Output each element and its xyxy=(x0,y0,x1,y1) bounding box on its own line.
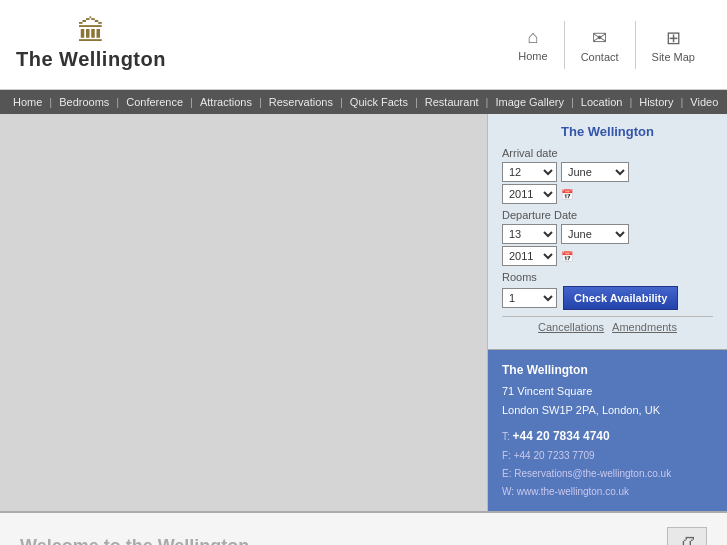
rooms-label: Rooms xyxy=(502,271,713,283)
video-icon-box: 🖨 xyxy=(667,527,707,545)
content-right: The Wellington Arrival date 12 June 2011… xyxy=(487,114,727,511)
nav-sep-3: | xyxy=(190,96,193,108)
nav-home[interactable]: Home xyxy=(10,96,45,108)
departure-label: Departure Date xyxy=(502,209,713,221)
printer-icon: 🖨 xyxy=(676,532,698,545)
welcome-text: Welcome to the Wellington xyxy=(20,536,637,545)
arrival-month-select[interactable]: June xyxy=(561,162,629,182)
links-row: Cancellations Amendments xyxy=(502,316,713,333)
sitemap-icon: ⊞ xyxy=(666,27,681,49)
info-fax: F: +44 20 7233 7709 xyxy=(502,447,713,465)
rooms-select[interactable]: 1 xyxy=(502,288,557,308)
fax-number: +44 20 7233 7709 xyxy=(514,450,595,461)
booking-title: The Wellington xyxy=(502,124,713,139)
amendments-link[interactable]: Amendments xyxy=(612,321,677,333)
welcome-text-area: Welcome to the Wellington Welcome to the… xyxy=(20,536,637,545)
departure-day-row: 13 June xyxy=(502,224,713,244)
cancellations-link[interactable]: Cancellations xyxy=(538,321,604,333)
arrival-year-select[interactable]: 2011 xyxy=(502,184,557,204)
nav-sep-1: | xyxy=(49,96,52,108)
nav-sep-2: | xyxy=(116,96,119,108)
nav-sep-7: | xyxy=(486,96,489,108)
info-contact: T: +44 20 7834 4740 F: +44 20 7233 7709 … xyxy=(502,426,713,502)
nav-quickfacts[interactable]: Quick Facts xyxy=(347,96,411,108)
info-phone-main: T: +44 20 7834 4740 xyxy=(502,426,713,448)
info-hotel-name: The Wellington xyxy=(502,360,713,380)
departure-month-select[interactable]: June xyxy=(561,224,629,244)
phone-number: +44 20 7834 4740 xyxy=(513,429,610,443)
nav-bedrooms[interactable]: Bedrooms xyxy=(56,96,112,108)
arrival-year-row: 2011 📅 xyxy=(502,184,713,204)
fax-label: F: xyxy=(502,450,511,461)
phone-label: T: xyxy=(502,431,510,442)
home-icon: ⌂ xyxy=(528,27,539,48)
header-nav: ⌂ Home ✉ Contact ⊞ Site Map xyxy=(502,21,711,69)
departure-year-select[interactable]: 2011 xyxy=(502,246,557,266)
info-web: W: www.the-wellington.co.uk xyxy=(502,483,713,501)
nav-gallery[interactable]: Image Gallery xyxy=(492,96,566,108)
logo-area: 🏛 The Wellington xyxy=(16,18,166,71)
email-label: E: xyxy=(502,468,511,479)
nav-sep-5: | xyxy=(340,96,343,108)
header-nav-sitemap[interactable]: ⊞ Site Map xyxy=(635,21,711,69)
rooms-row: 1 Check Availability xyxy=(502,286,713,310)
header-nav-sitemap-label: Site Map xyxy=(652,51,695,63)
check-availability-button[interactable]: Check Availability xyxy=(563,286,678,310)
content-left xyxy=(0,114,487,511)
nav-history[interactable]: History xyxy=(636,96,676,108)
header-nav-contact[interactable]: ✉ Contact xyxy=(564,21,635,69)
info-address-line1: 71 Vincent Square xyxy=(502,382,713,401)
nav-restaurant[interactable]: Restaurant xyxy=(422,96,482,108)
arrival-day-select[interactable]: 12 xyxy=(502,162,557,182)
departure-day-select[interactable]: 13 xyxy=(502,224,557,244)
arrival-label: Arrival date xyxy=(502,147,713,159)
info-email: E: Reservations@the-wellington.co.uk xyxy=(502,465,713,483)
nav-attractions[interactable]: Attractions xyxy=(197,96,255,108)
web-label: W: xyxy=(502,486,514,497)
nav-conference[interactable]: Conference xyxy=(123,96,186,108)
email-address: Reservations@the-wellington.co.uk xyxy=(514,468,671,479)
info-box: The Wellington 71 Vincent Square London … xyxy=(488,350,727,511)
logo-icon: 🏛 xyxy=(77,18,105,46)
info-address-line2: London SW1P 2PA, London, UK xyxy=(502,401,713,420)
nav-reservations[interactable]: Reservations xyxy=(266,96,336,108)
calendar-icon-arrival: 📅 xyxy=(561,189,573,200)
nav-sep-8: | xyxy=(571,96,574,108)
booking-widget: The Wellington Arrival date 12 June 2011… xyxy=(488,114,727,350)
contact-icon: ✉ xyxy=(592,27,607,49)
calendar-icon-departure: 📅 xyxy=(561,251,573,262)
nav-sep-4: | xyxy=(259,96,262,108)
departure-year-row: 2011 📅 xyxy=(502,246,713,266)
welcome-section: Welcome to the Wellington Welcome to the… xyxy=(0,511,727,545)
nav-sep-10: | xyxy=(680,96,683,108)
website-url: www.the-wellington.co.uk xyxy=(517,486,629,497)
nav-video[interactable]: Video xyxy=(687,96,721,108)
nav-location[interactable]: Location xyxy=(578,96,626,108)
video-button[interactable]: 🖨 WatchVideo xyxy=(667,527,707,545)
header-nav-home[interactable]: ⌂ Home xyxy=(502,21,563,68)
nav-sep-9: | xyxy=(629,96,632,108)
logo-text: The Wellington xyxy=(16,48,166,71)
header-nav-contact-label: Contact xyxy=(581,51,619,63)
main: The Wellington Arrival date 12 June 2011… xyxy=(0,114,727,511)
header-nav-home-label: Home xyxy=(518,50,547,62)
nav-sep-6: | xyxy=(415,96,418,108)
navbar: Home | Bedrooms | Conference | Attractio… xyxy=(0,90,727,114)
arrival-day-row: 12 June xyxy=(502,162,713,182)
header: 🏛 The Wellington ⌂ Home ✉ Contact ⊞ Site… xyxy=(0,0,727,90)
